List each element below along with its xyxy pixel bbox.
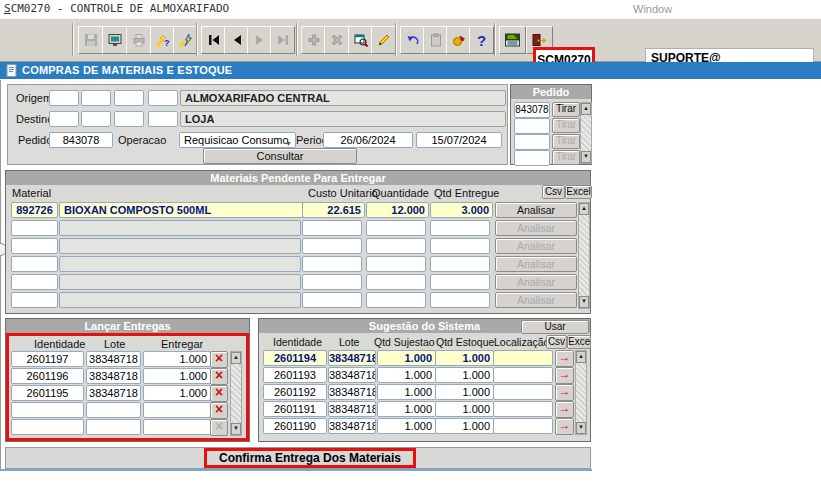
window-menu[interactable]: Window	[633, 3, 672, 15]
periodo-to-input[interactable]: 15/07/2024	[416, 132, 502, 148]
destino-code-input-1[interactable]	[49, 111, 79, 127]
cell-identidade[interactable]: 2601194	[263, 350, 327, 366]
cell-identidade[interactable]: 2601197	[11, 351, 84, 367]
pedido-row-input[interactable]	[514, 150, 550, 166]
cell-quantidade[interactable]	[366, 274, 426, 290]
cell-localizacao[interactable]	[493, 401, 553, 417]
screen-button[interactable]	[102, 26, 127, 54]
cell-custo[interactable]: 22.615	[302, 202, 365, 218]
scroll-down-icon[interactable]: ▼	[579, 296, 589, 308]
undo-button[interactable]	[400, 26, 425, 54]
cell-entregue[interactable]	[430, 220, 490, 236]
scroll-up-icon[interactable]: ▲	[581, 103, 591, 115]
cell-lote[interactable]: 38348718	[328, 367, 376, 383]
origem-code-input-2[interactable]	[81, 90, 111, 106]
cell-lote[interactable]: 38348718	[328, 401, 376, 417]
cell-lote[interactable]	[86, 419, 141, 435]
cell-material[interactable]	[11, 220, 58, 236]
scroll-down-icon[interactable]: ▼	[581, 151, 591, 163]
origem-code-input-1[interactable]	[49, 90, 79, 106]
cell-lote[interactable]: 38348718	[86, 368, 141, 384]
excel-button[interactable]: Excel	[565, 185, 592, 199]
scroll-down-icon[interactable]: ▼	[231, 423, 241, 435]
cell-custo[interactable]	[302, 274, 362, 290]
wizard-run-button[interactable]	[173, 26, 198, 54]
cell-lote[interactable]: 38348718	[86, 351, 141, 367]
destino-code-input-4[interactable]	[148, 111, 178, 127]
sugestao-scrollbar[interactable]: ▲ ▼	[575, 350, 587, 435]
cell-custo[interactable]	[302, 256, 362, 272]
cell-lote[interactable]: 38348718	[328, 384, 376, 400]
cell-qtd-estoque[interactable]: 1.000	[435, 384, 494, 400]
origem-code-input-4[interactable]	[148, 90, 178, 106]
cell-lote[interactable]	[86, 402, 141, 418]
cell-descricao[interactable]: BIOXAN COMPOSTO 500ML	[59, 202, 305, 218]
scroll-down-icon[interactable]: ▼	[576, 422, 586, 434]
cell-entregue[interactable]	[430, 274, 490, 290]
cell-identidade[interactable]	[11, 402, 84, 418]
cell-identidade[interactable]: 2601192	[263, 384, 327, 400]
cell-identidade[interactable]: 2601195	[11, 385, 84, 401]
periodo-from-input[interactable]: 26/06/2024	[323, 132, 413, 148]
cell-entregue[interactable]	[430, 238, 490, 254]
cell-material[interactable]: 892726	[11, 202, 58, 218]
cell-qtd-sujestao[interactable]: 1.000	[377, 418, 436, 434]
cell-identidade[interactable]: 2601190	[263, 418, 327, 434]
remove-row-button[interactable]: ×	[210, 385, 228, 402]
csv-button[interactable]: Csv	[546, 335, 567, 349]
usar-sugestao-button[interactable]: Usar Sugestao	[521, 320, 589, 334]
cell-identidade[interactable]: 2601193	[263, 367, 327, 383]
cell-identidade[interactable]	[11, 419, 84, 435]
scroll-up-icon[interactable]: ▲	[579, 203, 589, 215]
nav-first-button[interactable]	[201, 26, 226, 54]
cell-entregue[interactable]	[430, 292, 490, 308]
remove-row-button[interactable]: ×	[210, 402, 228, 419]
confirma-entrega-button[interactable]: Confirma Entrega Dos Materiais	[204, 448, 416, 468]
csv-button[interactable]: Csv	[542, 185, 565, 199]
cell-material[interactable]	[11, 292, 58, 308]
nav-prev-button[interactable]	[224, 26, 249, 54]
cell-localizacao[interactable]	[493, 384, 553, 400]
cell-material[interactable]	[11, 238, 58, 254]
cell-lote[interactable]: 38348718	[86, 385, 141, 401]
cell-custo[interactable]	[302, 238, 362, 254]
cell-qtd-estoque[interactable]: 1.000	[435, 367, 494, 383]
cell-qtd-sujestao[interactable]: 1.000	[377, 367, 436, 383]
cell-localizacao[interactable]	[493, 418, 553, 434]
cell-entregar[interactable]	[143, 402, 211, 418]
remove-row-button[interactable]: ×	[210, 351, 228, 368]
cell-qtd-sujestao[interactable]: 1.000	[377, 350, 436, 366]
menu-button[interactable]	[499, 26, 526, 54]
pedido-row-input[interactable]	[514, 118, 550, 134]
tirar-button[interactable]: Tirar	[552, 102, 580, 117]
origem-code-input-3[interactable]	[114, 90, 144, 106]
cell-entregar[interactable]: 1.000	[143, 351, 211, 367]
cell-lote[interactable]: 38348718	[328, 350, 376, 366]
cell-entregar[interactable]: 1.000	[143, 385, 211, 401]
use-row-button[interactable]: →	[555, 367, 574, 384]
cell-entregue[interactable]	[430, 256, 490, 272]
cell-qtd-sujestao[interactable]: 1.000	[377, 384, 436, 400]
use-row-button[interactable]: →	[555, 401, 574, 418]
cell-identidade[interactable]: 2601196	[11, 368, 84, 384]
analisar-entregas-button[interactable]: Analisar Entregas	[495, 202, 577, 218]
cell-entregar[interactable]: 1.000	[143, 368, 211, 384]
cell-quantidade[interactable]	[366, 220, 426, 236]
cell-qtd-estoque[interactable]: 1.000	[435, 350, 494, 366]
cell-qtd-estoque[interactable]: 1.000	[435, 418, 494, 434]
pedido-scrollbar[interactable]: ▲ ▼	[580, 102, 592, 164]
cell-lote[interactable]: 38348718	[328, 418, 376, 434]
cell-quantidade[interactable]	[366, 292, 426, 308]
remove-row-button[interactable]: ×	[210, 368, 228, 385]
cell-qtd-sujestao[interactable]: 1.000	[377, 401, 436, 417]
cell-qtd-estoque[interactable]: 1.000	[435, 401, 494, 417]
pedido-row-input[interactable]	[514, 134, 550, 150]
help-button[interactable]: ?	[469, 26, 494, 54]
cell-entregue[interactable]: 3.000	[430, 202, 493, 218]
cell-localizacao[interactable]	[493, 350, 553, 366]
pedido-input[interactable]: 843078	[49, 132, 113, 148]
cell-quantidade[interactable]	[366, 238, 426, 254]
use-row-button[interactable]: →	[555, 384, 574, 401]
wizard-help-button[interactable]: ?	[150, 26, 175, 54]
pedido-row-input[interactable]: 843078	[514, 102, 550, 118]
